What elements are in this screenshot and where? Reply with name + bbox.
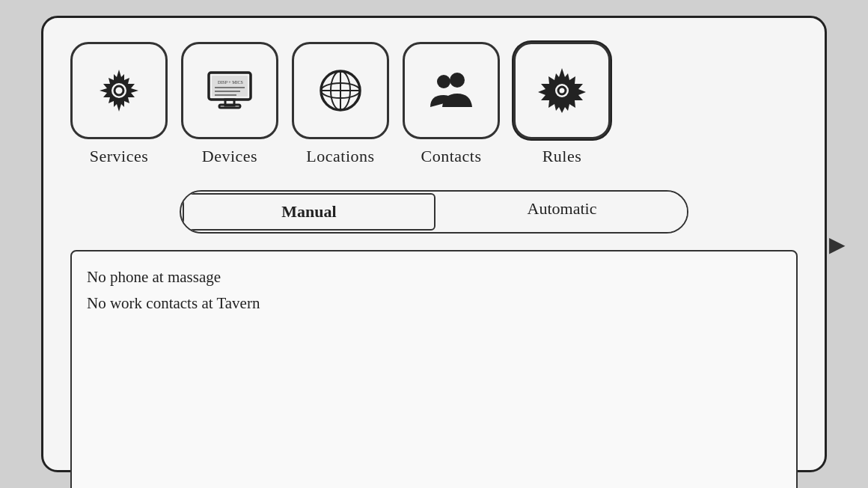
nav-item-locations[interactable]: Locations [292, 42, 389, 166]
svg-point-17 [450, 73, 465, 88]
svg-text:DISP + MICS: DISP + MICS [218, 80, 243, 85]
rules-icon [535, 64, 589, 118]
content-area: No phone at massage No work contacts at … [70, 250, 798, 488]
nav-row: Services DISP + MICS Devic [70, 42, 798, 166]
services-icon [92, 64, 146, 118]
tabs-row: Manual Automatic [70, 190, 798, 234]
locations-label: Locations [306, 147, 374, 166]
main-container: ▶ Services [41, 16, 827, 472]
rule-item-1: No phone at massage [87, 268, 781, 287]
nav-item-rules[interactable]: Rules [513, 42, 611, 166]
svg-rect-4 [212, 76, 248, 97]
services-icon-box[interactable] [70, 42, 168, 139]
locations-icon [314, 64, 367, 118]
rules-label: Rules [542, 147, 582, 166]
services-label: Services [90, 147, 149, 166]
contacts-icon [424, 64, 478, 118]
arrow-right-indicator: ▶ [829, 232, 846, 257]
nav-item-devices[interactable]: DISP + MICS Devices [181, 42, 278, 166]
rules-icon-box[interactable] [513, 42, 611, 139]
svg-point-16 [437, 75, 450, 88]
devices-label: Devices [202, 147, 257, 166]
contacts-label: Contacts [421, 147, 482, 166]
tab-automatic[interactable]: Automatic [437, 192, 687, 232]
contacts-icon-box[interactable] [403, 42, 500, 139]
devices-icon-box[interactable]: DISP + MICS [181, 42, 278, 139]
nav-item-contacts[interactable]: Contacts [403, 42, 500, 166]
tab-manual[interactable]: Manual [183, 193, 435, 231]
rule-item-2: No work contacts at Tavern [87, 294, 781, 313]
locations-icon-box[interactable] [292, 42, 389, 139]
tabs-container: Manual Automatic [180, 190, 688, 234]
devices-icon: DISP + MICS [203, 64, 257, 118]
nav-item-services[interactable]: Services [70, 42, 168, 166]
